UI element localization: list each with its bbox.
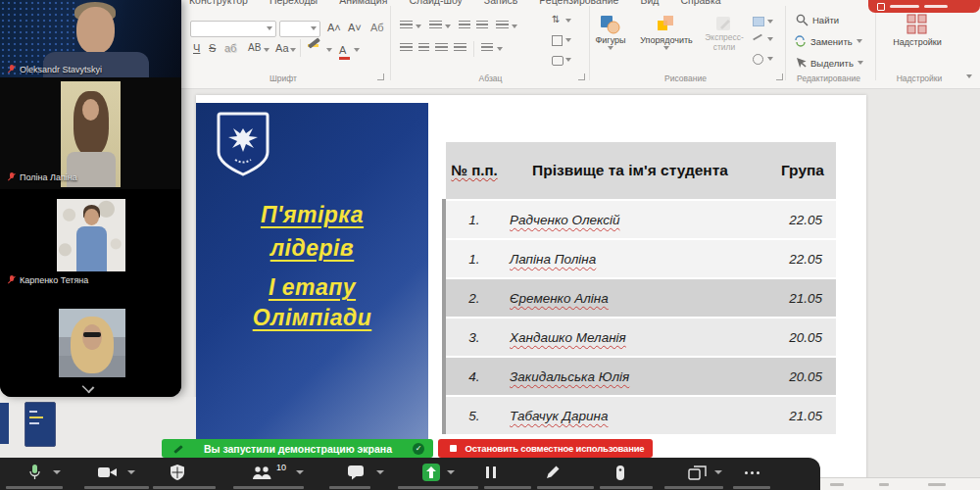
align-text-icon[interactable] (552, 35, 563, 46)
paragraph-group-label: Абзац (400, 74, 581, 83)
arrange-button[interactable]: Упорядочить (635, 15, 698, 50)
collapse-videos-chevron-icon[interactable] (81, 379, 95, 393)
chevron-down-icon[interactable] (326, 48, 332, 52)
chevron-down-icon[interactable] (354, 48, 360, 52)
align-right-icon[interactable] (435, 43, 448, 53)
paragraph-dialog-launcher[interactable] (578, 74, 585, 80)
chevron-down-icon[interactable] (290, 48, 296, 52)
font-name-combo[interactable] (190, 21, 276, 37)
table-left-border (442, 199, 446, 434)
blurred-text (924, 5, 948, 8)
smartart-convert-icon[interactable] (552, 56, 564, 66)
justify-icon[interactable] (454, 43, 466, 53)
slide-thumbnail[interactable] (24, 402, 56, 447)
table-row: 5. Табачук Дарина 21.05 (446, 397, 836, 434)
text-shadow-button[interactable]: аб (224, 42, 236, 54)
tab-view[interactable]: Вид (640, 0, 659, 6)
more-button[interactable] (743, 458, 760, 487)
pause-share-button[interactable] (484, 458, 498, 487)
shape-outline-icon[interactable] (753, 34, 762, 41)
video-button[interactable] (97, 458, 118, 487)
decrease-indent-icon[interactable] (459, 21, 470, 30)
highlight-pen-button[interactable] (308, 41, 320, 47)
select-button[interactable]: Выделить (796, 57, 863, 69)
chat-button[interactable] (347, 458, 366, 487)
chevron-down-icon[interactable] (497, 47, 503, 51)
line-spacing-icon[interactable] (496, 21, 509, 30)
shape-effects-icon[interactable] (753, 54, 763, 65)
increase-indent-icon[interactable] (476, 21, 488, 30)
text-direction-icon[interactable]: ⇅ (552, 14, 560, 24)
numbering-icon[interactable] (429, 21, 442, 30)
slide-thumbnail-fragment[interactable] (0, 403, 9, 444)
font-size-combo[interactable] (279, 21, 320, 37)
drawing-dialog-launcher[interactable] (776, 74, 783, 80)
chevron-down-icon[interactable] (565, 58, 571, 62)
toolbar-label-fragment (484, 486, 531, 489)
share-options-chevron[interactable] (447, 458, 455, 487)
underline-button[interactable]: Ч (193, 42, 200, 54)
stop-share-text: Остановить совместное использование (457, 443, 653, 454)
font-color-button[interactable]: А (339, 40, 350, 60)
stop-share-button[interactable]: Остановить совместное использование (438, 439, 653, 458)
quick-styles-button[interactable]: Экспресс- стили (700, 15, 749, 53)
addins-button[interactable]: Надстройки (887, 13, 948, 47)
clear-format-button[interactable]: Аб (370, 22, 384, 33)
char-spacing-button[interactable]: АВ (248, 42, 261, 53)
share-screen-button[interactable] (422, 458, 440, 487)
tab-record[interactable]: Запись (484, 0, 517, 6)
top-right-red-badge[interactable] (868, 0, 980, 13)
grow-font-button[interactable]: А˄ (327, 22, 341, 33)
chat-chevron[interactable] (376, 458, 384, 487)
chevron-down-icon[interactable] (565, 19, 571, 23)
change-case-button[interactable]: Аа (275, 42, 289, 54)
strikethrough-button[interactable]: S (209, 42, 216, 54)
shapes-button[interactable]: Фигуры (588, 15, 633, 50)
chevron-down-icon[interactable] (445, 24, 451, 28)
font-dialog-launcher[interactable] (377, 74, 384, 80)
cell-group: 21.05 (758, 409, 836, 423)
table-row: 1. Лапіна Поліна 22.05 (446, 240, 836, 277)
align-center-icon[interactable] (418, 43, 429, 53)
shared-screen: Конструктор Переходы Анимация Слайд-шоу … (0, 0, 980, 490)
share-switch-chevron[interactable] (714, 458, 722, 487)
cell-group: 21.05 (758, 291, 836, 306)
tab-help[interactable]: Справка (680, 0, 720, 6)
microphone-icon (26, 463, 42, 482)
mic-options-chevron[interactable] (53, 458, 61, 487)
chevron-down-icon[interactable] (767, 20, 773, 24)
chevron-down-icon[interactable] (565, 38, 571, 42)
replace-button[interactable]: Заменить (794, 35, 862, 47)
toolbar-label-fragment (664, 486, 723, 489)
security-button[interactable] (170, 458, 185, 487)
chevron-down-icon[interactable] (416, 24, 421, 28)
tab-review[interactable]: Рецензирование (539, 0, 618, 6)
tab-animations[interactable]: Анимация (339, 0, 387, 6)
font-color-letter: А (339, 44, 346, 56)
new-share-button[interactable] (688, 458, 707, 487)
status-mark (928, 483, 946, 486)
annotate-button[interactable] (545, 458, 561, 487)
shape-fill-icon[interactable] (753, 17, 764, 26)
columns-icon[interactable] (481, 43, 493, 53)
tab-slideshow[interactable]: Слайд-шоу (409, 0, 462, 6)
shrink-font-button[interactable]: А˅ (348, 22, 362, 33)
participant-dress (76, 226, 107, 271)
participants-chevron[interactable] (296, 458, 304, 487)
remote-control-button[interactable] (615, 458, 625, 487)
tab-transitions[interactable]: Переходы (270, 0, 318, 6)
tab-design[interactable]: Конструктор (189, 0, 248, 6)
mute-button[interactable] (26, 458, 42, 487)
chevron-down-icon[interactable] (767, 57, 773, 61)
video-options-chevron[interactable] (127, 458, 135, 487)
chevron-down-icon[interactable] (512, 24, 517, 28)
chevron-down-icon[interactable] (264, 48, 270, 52)
find-button[interactable]: Найти (796, 14, 839, 26)
align-left-icon[interactable] (400, 43, 413, 53)
find-label: Найти (812, 15, 839, 25)
cell-name: Закидальська Юлія (503, 369, 758, 384)
collapse-ribbon-icon[interactable] (966, 74, 972, 78)
chevron-down-icon[interactable] (767, 37, 773, 41)
bullets-icon[interactable] (400, 21, 413, 30)
participants-button[interactable] (251, 458, 273, 487)
